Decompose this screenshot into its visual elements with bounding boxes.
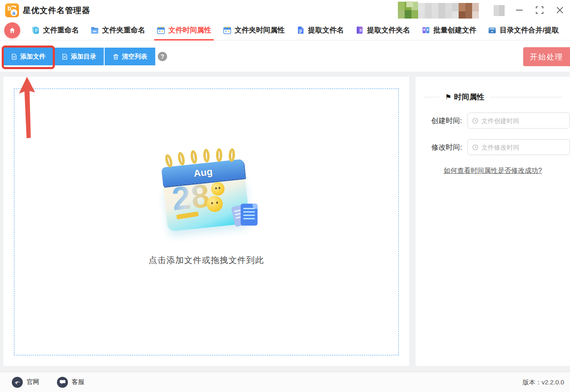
extract-filename-icon: [296, 26, 305, 35]
tab-file-rename[interactable]: 文件重命名: [31, 20, 79, 40]
tab-extract-filename[interactable]: 提取文件名: [296, 20, 344, 40]
calendar-illustration: Aug 28: [158, 148, 255, 236]
calendar-day: 28: [170, 179, 212, 215]
batch-create-icon: [421, 26, 430, 35]
creation-time-row: 创建时间:: [423, 113, 562, 129]
tab-extract-foldername[interactable]: 提取文件夹名: [355, 20, 410, 40]
tab-list: 文件重命名 文件夹重命名: [31, 20, 559, 40]
start-processing-button[interactable]: 开始处理: [523, 47, 570, 66]
tab-label: 目录文件合并/提取: [500, 25, 559, 35]
dropzone-hint: 点击添加文件或拖拽文件到此: [149, 255, 264, 266]
clock-icon: [472, 118, 478, 124]
home-icon: [8, 27, 16, 34]
window-controls: [509, 0, 570, 20]
clear-list-label: 清空列表: [122, 53, 147, 61]
add-files-label: 添加文件: [20, 53, 46, 61]
tab-label: 批量创建文件: [433, 25, 476, 35]
folder-time-icon: [223, 26, 232, 35]
redacted-avatar: [494, 5, 505, 16]
tab-label: 文件夹时间属性: [235, 25, 285, 35]
file-icon: [11, 54, 17, 60]
trash-icon: [113, 54, 119, 60]
redacted-user-info: [398, 1, 489, 19]
maximize-button[interactable]: [529, 0, 550, 20]
file-list-panel: Aug 28 点击添加文件或拖拽文件到此: [3, 77, 409, 366]
folder-rename-icon: [90, 26, 99, 35]
tab-folder-rename[interactable]: 文件夹重命名: [90, 20, 145, 40]
creation-time-input-wrap: [467, 113, 570, 129]
add-directory-label: 添加目录: [71, 53, 96, 61]
flag-icon: ⚑: [445, 93, 451, 102]
tab-label: 文件时间属性: [168, 25, 211, 35]
toolbar: 添加文件 添加目录 清空列表 ? 开始处理: [0, 40, 570, 72]
clear-list-button[interactable]: 清空列表: [105, 48, 155, 65]
add-directory-button[interactable]: 添加目录: [54, 48, 104, 65]
app-logo-icon: b a: [5, 3, 19, 17]
file-icon: [62, 54, 68, 60]
minimize-button[interactable]: [509, 0, 529, 20]
creation-time-input[interactable]: [481, 117, 565, 124]
tab-merge-extract-directory[interactable]: 目录文件合并/提取: [488, 20, 559, 40]
app-title: 星优文件名管理器: [23, 5, 90, 16]
documents-icon: [233, 203, 258, 230]
file-time-icon: [157, 26, 165, 35]
modified-time-label: 修改时间:: [423, 142, 462, 152]
tab-label: 文件重命名: [43, 25, 79, 35]
customer-support-link[interactable]: 客服: [57, 377, 84, 388]
file-rename-icon: [31, 26, 40, 35]
browser-icon: e: [12, 377, 23, 388]
title-bar: b a 星优文件名管理器: [0, 0, 570, 20]
help-glyph: ?: [161, 53, 165, 60]
svg-text:a: a: [12, 10, 16, 16]
tab-file-time-attributes[interactable]: 文件时间属性: [157, 20, 211, 40]
file-dropzone[interactable]: Aug 28 点击添加文件或拖拽文件到此: [14, 89, 399, 355]
chat-bubble-icon: [57, 377, 68, 388]
support-label: 客服: [72, 378, 84, 386]
app-window: b a 星优文件名管理器: [0, 0, 570, 392]
tab-label: 提取文件名: [308, 25, 344, 35]
modified-time-input-wrap: [467, 139, 570, 155]
tab-label: 提取文件夹名: [367, 25, 410, 35]
modified-time-row: 修改时间:: [423, 139, 562, 155]
content-area: Aug 28 点击添加文件或拖拽文件到此: [0, 72, 570, 372]
panel-title: 时间属性: [454, 92, 484, 102]
svg-text:b: b: [8, 5, 11, 12]
time-attributes-panel: ⚑ 时间属性 创建时间: 修改时间:: [416, 77, 570, 366]
clock-icon: [472, 144, 478, 150]
close-button[interactable]: [550, 0, 570, 20]
creation-time-label: 创建时间:: [423, 116, 462, 126]
footer-bar: e 官网 客服 版本：v2.2.0.0: [0, 372, 570, 392]
tab-folder-time-attributes[interactable]: 文件夹时间属性: [223, 20, 285, 40]
merge-extract-icon: [488, 26, 497, 35]
file-action-buttons: 添加文件 添加目录 清空列表: [3, 48, 155, 65]
panel-header: ⚑ 时间属性: [423, 92, 562, 102]
version-label: 版本：v2.2.0.0: [523, 372, 564, 392]
official-website-link[interactable]: e 官网: [12, 377, 39, 388]
start-processing-label: 开始处理: [530, 52, 564, 62]
home-button[interactable]: [4, 22, 20, 38]
website-label: 官网: [27, 378, 39, 386]
how-to-verify-link[interactable]: 如何查看时间属性是否修改成功?: [423, 166, 562, 175]
extract-foldername-icon: [355, 26, 364, 35]
help-icon[interactable]: ?: [158, 52, 167, 61]
tab-label: 文件夹重命名: [102, 25, 145, 35]
add-files-button[interactable]: 添加文件: [3, 48, 53, 65]
modified-time-input[interactable]: [481, 144, 565, 151]
tab-bar: 文件重命名 文件夹重命名: [0, 20, 570, 40]
tab-batch-create-files[interactable]: 批量创建文件: [421, 20, 476, 40]
